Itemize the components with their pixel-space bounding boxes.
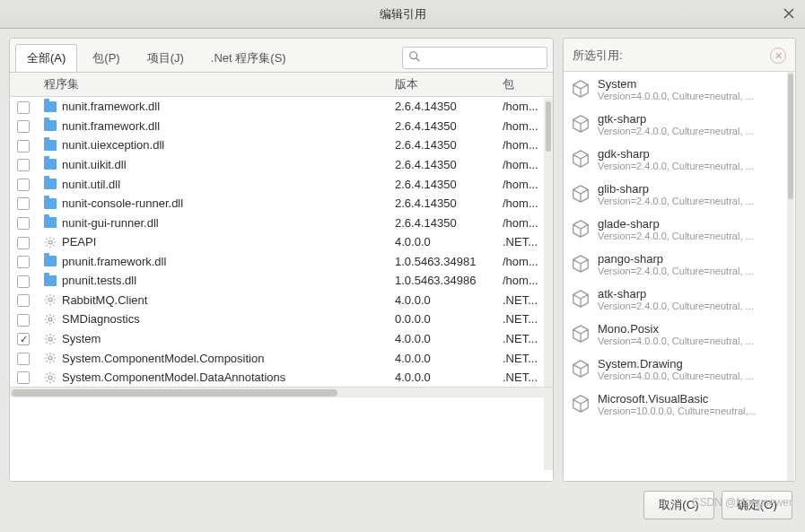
row-checkbox[interactable] xyxy=(17,294,30,307)
assembly-version: 2.6.4.14350 xyxy=(388,135,495,155)
table-row[interactable]: nunit.util.dll2.6.4.14350/hom... xyxy=(10,174,553,194)
table-row[interactable]: nunit.framework.dll2.6.4.14350/hom... xyxy=(10,97,553,117)
gear-icon xyxy=(44,293,57,306)
package-icon xyxy=(571,79,591,99)
table-row[interactable]: SMDiagnostics0.0.0.0.NET... xyxy=(10,310,553,329)
package-icon xyxy=(571,114,591,134)
row-checkbox[interactable] xyxy=(17,101,30,114)
svg-point-6 xyxy=(48,376,52,379)
selected-item[interactable]: System.DrawingVersion=4.0.0.0, Culture=n… xyxy=(564,352,795,387)
search-input[interactable] xyxy=(424,51,541,65)
column-package[interactable]: 包 xyxy=(495,73,553,97)
column-version[interactable]: 版本 xyxy=(388,73,495,97)
assembly-name: nunit.uiexception.dll xyxy=(62,138,164,152)
assembly-name: PEAPI xyxy=(62,235,96,249)
row-checkbox[interactable] xyxy=(17,140,30,153)
assembly-name: System xyxy=(62,332,101,345)
table-row[interactable]: nunit.framework.dll2.6.4.14350/hom... xyxy=(10,117,553,136)
row-checkbox[interactable] xyxy=(17,197,30,210)
svg-point-5 xyxy=(48,356,52,360)
selected-meta: Version=2.4.0.0, Culture=neutral, ... xyxy=(598,126,788,136)
assembly-name: System.ComponentModel.Composition xyxy=(62,352,264,365)
package-icon xyxy=(571,289,591,309)
assembly-version: 0.0.0.0 xyxy=(388,310,495,329)
selected-meta: Version=4.0.0.0, Culture=neutral, ... xyxy=(598,91,788,101)
assembly-version: 4.0.0.0 xyxy=(388,291,495,310)
package-icon xyxy=(571,394,591,414)
table-row[interactable]: PEAPI4.0.0.0.NET... xyxy=(10,232,553,252)
row-checkbox[interactable] xyxy=(17,217,30,230)
horizontal-scrollbar[interactable] xyxy=(10,387,553,397)
dialog-title: 编辑引用 xyxy=(380,6,426,22)
selected-list[interactable]: SystemVersion=4.0.0.0, Culture=neutral, … xyxy=(564,71,795,481)
selected-name: Mono.Posix xyxy=(598,322,788,336)
table-row[interactable]: nunit.uiexception.dll2.6.4.14350/hom... xyxy=(10,135,553,155)
row-checkbox[interactable] xyxy=(17,314,30,327)
selected-item[interactable]: glade-sharpVersion=2.4.0.0, Culture=neut… xyxy=(564,212,795,247)
selected-item[interactable]: SystemVersion=4.0.0.0, Culture=neutral, … xyxy=(564,72,795,107)
table-row[interactable]: pnunit.framework.dll1.0.5463.34981/hom..… xyxy=(10,252,553,272)
table-row[interactable]: nunit.uikit.dll2.6.4.14350/hom... xyxy=(10,155,553,175)
close-icon[interactable] xyxy=(782,6,796,21)
row-checkbox[interactable] xyxy=(17,179,30,191)
folder-icon xyxy=(44,217,57,228)
search-field[interactable] xyxy=(402,47,547,69)
gear-icon xyxy=(44,352,57,364)
selected-name: pango-sharp xyxy=(598,252,788,266)
tab-1[interactable]: 包(P) xyxy=(81,44,131,72)
selected-item[interactable]: Microsoft.VisualBasicVersion=10.0.0.0, C… xyxy=(564,387,795,422)
cancel-button[interactable]: 取消(C) xyxy=(643,491,714,519)
tab-2[interactable]: 项目(J) xyxy=(136,44,196,72)
row-checkbox[interactable] xyxy=(17,275,30,288)
package-icon xyxy=(571,184,591,204)
table-row[interactable]: nunit-gui-runner.dll2.6.4.14350/hom... xyxy=(10,213,553,232)
row-checkbox[interactable] xyxy=(17,371,30,384)
selected-header-label: 所选引用: xyxy=(573,48,623,64)
selected-meta: Version=2.4.0.0, Culture=neutral, ... xyxy=(598,231,788,241)
selected-item[interactable]: glib-sharpVersion=2.4.0.0, Culture=neutr… xyxy=(564,177,795,212)
package-icon xyxy=(571,254,591,274)
row-checkbox[interactable] xyxy=(17,159,30,171)
selected-item[interactable]: atk-sharpVersion=2.4.0.0, Culture=neutra… xyxy=(564,282,795,317)
row-checkbox[interactable] xyxy=(17,237,30,249)
selected-meta: Version=2.4.0.0, Culture=neutral, ... xyxy=(598,266,788,276)
selected-item[interactable]: pango-sharpVersion=2.4.0.0, Culture=neut… xyxy=(564,247,795,282)
table-row[interactable]: System.ComponentModel.Composition4.0.0.0… xyxy=(10,348,553,368)
selected-meta: Version=2.4.0.0, Culture=neutral, ... xyxy=(598,301,788,311)
svg-point-3 xyxy=(48,318,52,321)
row-checkbox[interactable] xyxy=(17,120,30,133)
table-row[interactable]: pnunit.tests.dll1.0.5463.34986/hom... xyxy=(10,271,553,291)
package-icon xyxy=(571,324,591,344)
row-checkbox[interactable] xyxy=(17,256,30,268)
assembly-grid[interactable]: 程序集 版本 包 nunit.framework.dll2.6.4.14350/… xyxy=(10,72,553,481)
selected-item[interactable]: Mono.PosixVersion=4.0.0.0, Culture=neutr… xyxy=(564,317,795,352)
assembly-name: nunit.framework.dll xyxy=(62,100,160,113)
assembly-version: 2.6.4.14350 xyxy=(388,97,495,117)
folder-icon xyxy=(44,179,57,189)
folder-icon xyxy=(44,198,57,209)
selected-meta: Version=2.4.0.0, Culture=neutral, ... xyxy=(598,196,788,206)
selected-name: Microsoft.VisualBasic xyxy=(598,392,788,406)
column-assembly[interactable]: 程序集 xyxy=(37,73,388,97)
assembly-version: 2.6.4.14350 xyxy=(388,213,495,232)
table-row[interactable]: nunit-console-runner.dll2.6.4.14350/hom.… xyxy=(10,194,553,214)
clear-selection-icon[interactable]: ✕ xyxy=(770,48,786,64)
vertical-scrollbar[interactable] xyxy=(544,98,553,470)
search-icon xyxy=(408,50,421,65)
ok-button[interactable]: 确定(O) xyxy=(722,491,792,519)
table-row[interactable]: System.ComponentModel.DataAnnotations4.0… xyxy=(10,368,553,388)
tab-0[interactable]: 全部(A) xyxy=(15,44,77,72)
tab-3[interactable]: .Net 程序集(S) xyxy=(199,44,298,72)
table-row[interactable]: System4.0.0.0.NET... xyxy=(10,329,553,349)
selected-name: atk-sharp xyxy=(598,287,788,301)
selected-item[interactable]: gtk-sharpVersion=2.4.0.0, Culture=neutra… xyxy=(564,107,795,142)
row-checkbox[interactable] xyxy=(17,353,30,365)
selected-item[interactable]: gdk-sharpVersion=2.4.0.0, Culture=neutra… xyxy=(564,142,795,177)
svg-point-0 xyxy=(410,52,417,59)
selected-meta: Version=10.0.0.0, Culture=neutral,... xyxy=(598,406,788,416)
row-checkbox[interactable] xyxy=(17,333,30,345)
selected-name: gdk-sharp xyxy=(598,147,788,161)
selected-scrollbar[interactable] xyxy=(788,74,793,199)
folder-icon xyxy=(44,101,57,112)
table-row[interactable]: RabbitMQ.Client4.0.0.0.NET... xyxy=(10,291,553,310)
